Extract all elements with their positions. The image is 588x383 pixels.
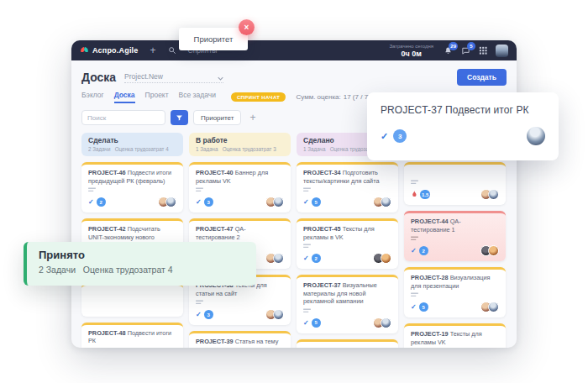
avatar [273, 197, 284, 207]
points-badge: 1.5 [420, 190, 430, 199]
apps-grid-icon [479, 46, 487, 55]
tab-project[interactable]: Проект [145, 91, 169, 103]
task-id: PROJECT-46 [88, 169, 126, 176]
avatar [488, 189, 499, 200]
task-id: PROJECT-28 [411, 274, 449, 281]
points-badge: 2 [419, 246, 428, 255]
task-id: PROJECT-39 [196, 338, 234, 345]
task-id: PROJECT-44 [411, 218, 449, 225]
assignee-avatars [484, 189, 499, 200]
messages-count-badge: 5 [467, 42, 475, 50]
page: Аспро.Agile + Спринты Затрачено сегодня … [0, 0, 588, 383]
assignee-avatars [376, 317, 391, 328]
avatar [381, 253, 391, 264]
close-icon[interactable]: × [239, 19, 255, 35]
assignee-avatars [269, 197, 284, 207]
check-icon: ✓ [88, 198, 94, 206]
create-button[interactable]: Создать [457, 69, 507, 86]
search-input[interactable] [81, 110, 165, 125]
description-icon [303, 244, 311, 249]
assignee-avatar [527, 127, 545, 145]
avatar [273, 309, 284, 320]
description-icon [196, 300, 203, 306]
task-card[interactable]: 1.5 [404, 162, 506, 205]
chevron-down-icon [218, 76, 223, 81]
description-icon [88, 187, 96, 193]
task-card[interactable]: PROJECT-39 Статья на тему теории ✓ 3 [189, 331, 291, 348]
tab-board[interactable]: Доска [114, 91, 135, 103]
avatar [488, 245, 499, 256]
tab-backlog[interactable]: Бэклог [81, 91, 104, 103]
avatar [165, 197, 176, 207]
search-icon[interactable] [168, 46, 176, 55]
task-card[interactable]: PROJECT-48 Подвести итоги РК ✓ 0 [81, 323, 183, 349]
task-card[interactable]: PROJECT-45 Тексты для рекламы в VK ✓ 2 [297, 218, 398, 269]
avatar [488, 302, 499, 312]
check-icon: ✓ [303, 198, 309, 206]
task-card[interactable]: PROJECT-19 Тексты для рекламы VK ✓ 5 [404, 323, 506, 348]
check-icon: ✓ [381, 131, 388, 142]
project-selector[interactable]: Project.New [124, 72, 223, 83]
kanban-column-accepted: Принято 2 Задачи Оценка трудозатрат 4 1.… [404, 133, 506, 348]
kanban-column-todo: Сделать 2 Задачи Оценка трудозатрат 4 PR… [81, 133, 183, 348]
tab-all-tasks[interactable]: Все задачи [179, 91, 216, 103]
task-title: Итоги РК [343, 346, 368, 349]
task-card-hidden[interactable] [81, 283, 183, 317]
task-card[interactable]: PROJECT-37 Визуальные материалы для ново… [297, 275, 398, 333]
column-header[interactable]: Сделать 2 Задачи Оценка трудозатрат 4 [81, 133, 183, 156]
task-card-highlighted[interactable]: PROJECT-44 QA-тестирование 1 ✓ 2 [404, 211, 506, 261]
assignee-avatars [269, 309, 284, 320]
funnel-icon [176, 114, 183, 122]
user-avatar[interactable] [496, 45, 508, 57]
add-filter-icon[interactable]: + [249, 112, 255, 123]
messages-button[interactable]: 5 [461, 46, 470, 55]
task-card[interactable]: PROJECT-34 Подготовить тексты/картинки д… [297, 162, 398, 212]
topbar-right-cluster: Затрачено сегодня 0ч 0м 29 5 [389, 44, 508, 58]
priority-filter-chip[interactable]: Приоритет [193, 110, 241, 125]
task-id: PROJECT-42 [88, 225, 126, 233]
points-badge: 5 [312, 318, 321, 328]
avatar [381, 197, 391, 207]
task-id: PROJECT-23 [303, 346, 341, 349]
tooltip-label: Приоритет [194, 34, 234, 44]
callout-title: Принято [39, 249, 244, 261]
popup-task-title: PROJECT-37 Подвести итог РК [381, 104, 545, 116]
points-badge: 3 [393, 129, 407, 143]
points-badge: 2 [312, 254, 321, 263]
accepted-column-callout: Принято 2 Задачи Оценка трудозатрат 4 [24, 242, 256, 286]
assignee-avatars [484, 302, 499, 312]
quick-add-icon[interactable]: + [150, 45, 156, 56]
project-name: Project.New [124, 72, 163, 81]
task-card[interactable]: PROJECT-28 Визуализация для презентации … [404, 267, 506, 317]
task-card[interactable]: PROJECT-23 Итоги РК ✓ 0 [297, 339, 398, 349]
sprint-status-badge: СПРИНТ НАЧАТ [231, 92, 286, 102]
task-id: PROJECT-48 [88, 329, 126, 337]
description-icon [411, 180, 418, 186]
description-icon [88, 348, 96, 349]
fire-icon [411, 191, 417, 198]
app-name: Аспро.Agile [92, 46, 139, 55]
description-icon [196, 187, 203, 193]
notifications-button[interactable]: 29 [444, 46, 453, 55]
callout-subtitle: 2 Задачи Оценка трудозатрат 4 [39, 265, 244, 275]
app-logo[interactable]: Аспро.Agile [80, 46, 139, 55]
task-card[interactable]: PROJECT-46 Подвести итоги предыдущей РК … [81, 162, 183, 212]
check-icon: ✓ [411, 247, 417, 254]
priority-tooltip: Приоритет × [179, 28, 248, 50]
filter-button[interactable] [171, 110, 188, 125]
task-id: PROJECT-45 [303, 225, 341, 233]
points-badge: 3 [204, 197, 213, 207]
assignee-avatars [484, 245, 499, 256]
check-icon: ✓ [196, 311, 202, 318]
task-id: PROJECT-34 [303, 169, 341, 176]
task-preview-popup[interactable]: PROJECT-37 Подвести итог РК ✓ 3 [367, 92, 559, 160]
task-card[interactable]: PROJECT-40 Баннер для рекламы VK ✓ 3 [189, 162, 291, 212]
column-header[interactable]: В работе 1 Задача Оценка трудозатрат 3 [189, 133, 291, 156]
summary-label: Сумм. оценка: [296, 93, 340, 101]
top-navigation-bar: Аспро.Agile + Спринты Затрачено сегодня … [71, 40, 517, 60]
description-icon [411, 236, 418, 242]
apps-grid-button[interactable] [479, 46, 487, 55]
summary-value: 17 (7 / 7) [344, 93, 370, 101]
kanban-column-done: Сделано 1 Задача Оценка трудозатрат 6 PR… [297, 133, 398, 348]
check-icon: ✓ [303, 319, 309, 327]
